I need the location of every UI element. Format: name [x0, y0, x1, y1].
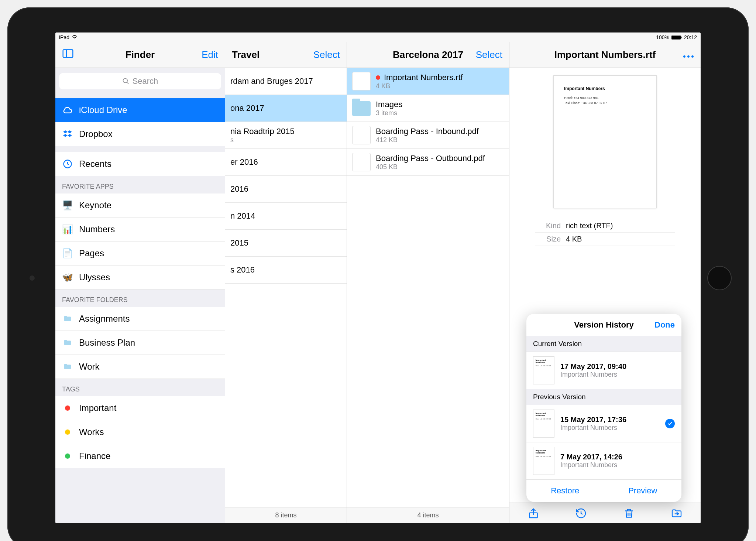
history-button[interactable] [575, 507, 587, 519]
list-item[interactable]: s 2016 [225, 257, 347, 284]
preview-button[interactable]: Preview [604, 480, 682, 502]
svg-point-8 [683, 55, 685, 58]
list-item[interactable]: Boarding Pass - Inbound.pdf 412 KB [347, 122, 509, 149]
list-item[interactable]: n 2014 [225, 203, 347, 230]
sidebar-item-label: iCloud Drive [79, 105, 127, 115]
sidebar-item-recents[interactable]: Recents [55, 152, 225, 176]
svg-point-10 [691, 55, 694, 58]
sidebar-item-tag[interactable]: Important [55, 396, 225, 420]
home-button[interactable] [707, 266, 732, 290]
search-placeholder: Search [133, 76, 158, 86]
sidebar-item-label: Finance [79, 451, 110, 461]
checkmark-icon [665, 419, 675, 428]
dropbox-icon [62, 129, 73, 140]
travel-list[interactable]: rdam and Bruges 2017 ona 2017 nia Roadtr… [225, 68, 347, 507]
folder-icon [62, 313, 73, 324]
sidebar-item-pages[interactable]: 📄 Pages [55, 242, 225, 266]
detail-title: Important Numbers.rtf [509, 49, 701, 61]
tags-header: TAGS [55, 379, 225, 396]
sidebar-item-label: Works [79, 427, 104, 437]
edit-button[interactable]: Edit [195, 49, 225, 61]
version-filename: Important Numbers [560, 461, 622, 469]
svg-rect-3 [63, 49, 73, 57]
list-item[interactable]: nia Roadtrip 2015s [225, 122, 347, 149]
done-button[interactable]: Done [654, 320, 675, 330]
version-row[interactable]: Important NumbersHotel: +34 900 373 981 … [526, 405, 681, 442]
info-value: 4 KB [566, 235, 582, 243]
app-icon: 📊 [62, 224, 73, 235]
sidebar-item-label: Recents [79, 159, 111, 169]
document-preview: Important Numbers Hotel: +34 900 373 981… [553, 75, 657, 208]
barcelona-nav: Barcelona 2017 Select [347, 42, 509, 68]
app-icon: 🖥️ [62, 200, 73, 211]
version-datetime: 15 May 2017, 17:36 [560, 415, 626, 424]
sidebar-nav: Finder Edit [55, 42, 225, 68]
popover-actions: Restore Preview [526, 480, 681, 502]
delete-button[interactable] [623, 507, 635, 519]
list-item[interactable]: ona 2017 [225, 95, 347, 122]
version-thumb-icon: Important NumbersHotel: +34 900 373 981 [533, 447, 554, 475]
detail-nav: Important Numbers.rtf [509, 42, 701, 68]
sidebar-item-ulysses[interactable]: 🦋 Ulysses [55, 266, 225, 290]
share-button[interactable] [528, 507, 539, 519]
clock-icon [62, 158, 73, 170]
version-row-current[interactable]: Important NumbersHotel: +34 900 373 981 … [526, 352, 681, 389]
favorite-apps-header: FAVORITE APPS [55, 176, 225, 194]
select-button[interactable]: Select [307, 49, 347, 61]
restore-button[interactable]: Restore [526, 480, 604, 502]
move-button[interactable] [671, 507, 683, 519]
sidebar-item-tag[interactable]: Works [55, 420, 225, 444]
favorite-folders-header: FAVORITE FOLDERS [55, 290, 225, 307]
list-item[interactable]: Important Numbers.rtf 4 KB [347, 68, 509, 95]
sidebar-item-dropbox[interactable]: Dropbox [55, 122, 225, 146]
list-item[interactable]: rdam and Bruges 2017 [225, 68, 347, 95]
doc-thumb-icon [352, 153, 371, 171]
status-bar: iPad 100% 20:12 [55, 32, 701, 42]
list-item[interactable]: er 2016 [225, 149, 347, 176]
list-item[interactable]: 2016 [225, 176, 347, 203]
folder-thumb-icon [352, 99, 371, 117]
sidebar-item-folder[interactable]: Work [55, 355, 225, 379]
sidebar-item-folder[interactable]: Assignments [55, 307, 225, 331]
carrier-label: iPad [59, 34, 69, 40]
wifi-icon [72, 34, 78, 40]
tag-dot-icon [65, 405, 70, 411]
info-value: rich text (RTF) [566, 222, 613, 230]
doc-thumb-icon [352, 72, 371, 90]
info-grid: Kindrich text (RTF) Size4 KB [535, 219, 675, 246]
status-time: 20:12 [684, 34, 697, 40]
sidebar-item-label: Numbers [79, 224, 115, 234]
list-item[interactable]: 2015 [225, 230, 347, 257]
svg-point-9 [687, 55, 690, 58]
more-button[interactable] [676, 49, 701, 61]
search-input[interactable]: Search [59, 73, 221, 89]
barcelona-list[interactable]: Important Numbers.rtf 4 KB Images 3 item… [347, 68, 509, 507]
info-key: Kind [535, 222, 561, 230]
folder-icon [62, 361, 73, 372]
info-key: Size [535, 235, 561, 243]
sidebar-item-numbers[interactable]: 📊 Numbers [55, 218, 225, 242]
cloud-icon [62, 105, 73, 116]
column-barcelona: Barcelona 2017 Select Important Numbers.… [347, 42, 509, 523]
version-row[interactable]: Important NumbersHotel: +34 900 373 981 … [526, 442, 681, 480]
select-button[interactable]: Select [469, 49, 509, 61]
sidebar-item-keynote[interactable]: 🖥️ Keynote [55, 194, 225, 218]
version-datetime: 17 May 2017, 09:40 [560, 362, 626, 371]
sidebar-item-tag[interactable]: Finance [55, 444, 225, 468]
version-datetime: 7 May 2017, 14:26 [560, 453, 622, 461]
battery-icon [671, 35, 682, 40]
list-item[interactable]: Boarding Pass - Outbound.pdf 405 KB [347, 149, 509, 176]
travel-nav: Travel Select [225, 42, 347, 68]
svg-rect-2 [681, 37, 681, 38]
detail-toolbar [509, 503, 701, 523]
tag-dot-icon [65, 453, 70, 459]
sidebar-item-icloud-drive[interactable]: iCloud Drive [55, 98, 225, 122]
sidebar-item-label: Ulysses [79, 272, 110, 283]
doc-thumb-icon [352, 126, 371, 144]
list-item[interactable]: Images 3 items [347, 95, 509, 122]
sidebar-item-folder[interactable]: Business Plan [55, 331, 225, 355]
sidebar-item-label: Assignments [79, 314, 130, 324]
sidebar-toggle-icon[interactable] [55, 48, 80, 62]
app-icon: 📄 [62, 248, 73, 259]
version-thumb-icon: Important NumbersHotel: +34 900 373 981 [533, 410, 554, 438]
